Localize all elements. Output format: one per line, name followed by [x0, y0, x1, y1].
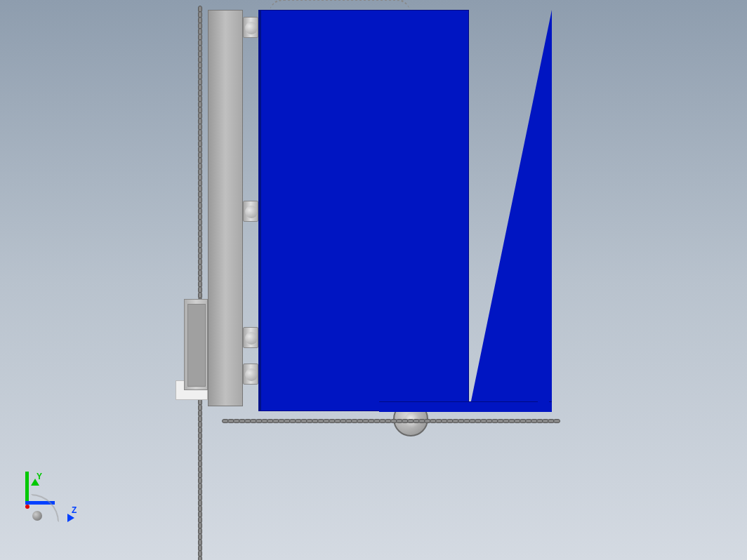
side-bracket-inner	[187, 304, 206, 387]
y-axis	[25, 472, 29, 501]
panel-edge	[258, 10, 261, 411]
mounting-knob-4	[243, 364, 258, 385]
orientation-triad[interactable]: Y Z	[25, 472, 81, 528]
y-axis-label: Y	[37, 472, 42, 481]
x-axis-dot-icon	[25, 505, 29, 509]
base-ledge	[379, 401, 552, 412]
tapered-panel	[469, 10, 552, 411]
z-axis-label: Z	[72, 505, 77, 515]
horizontal-chain	[222, 419, 566, 423]
main-body-panel	[258, 10, 469, 411]
triad-origin	[32, 511, 42, 521]
mounting-column	[208, 10, 243, 406]
3d-viewport[interactable]: Y Z	[0, 0, 747, 560]
mounting-knob-1	[243, 17, 258, 38]
side-bracket	[184, 299, 208, 390]
vertical-chain	[198, 6, 202, 560]
base-tab	[538, 401, 549, 412]
mounting-knob-2	[243, 201, 258, 222]
mounting-knob-3	[243, 327, 258, 348]
model-assembly	[178, 6, 550, 434]
